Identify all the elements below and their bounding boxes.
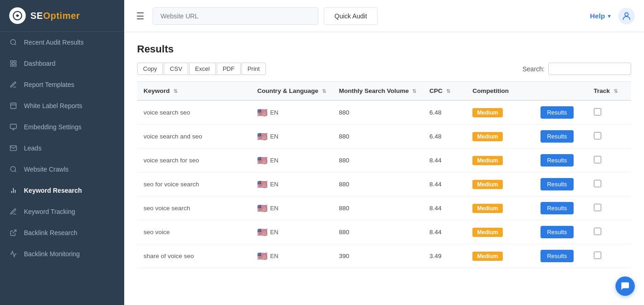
cell-country-1: 🇺🇸 EN bbox=[251, 125, 333, 149]
sidebar-label-backlink-research: Backlink Research bbox=[24, 229, 77, 236]
lang-code-1: EN bbox=[270, 133, 278, 140]
svg-line-13 bbox=[15, 171, 16, 172]
svg-rect-4 bbox=[14, 61, 16, 63]
svg-point-1 bbox=[11, 40, 16, 45]
cell-track-0 bbox=[587, 100, 631, 125]
cell-cpc-5: 8.44 bbox=[423, 220, 466, 244]
results-button-2[interactable]: Results bbox=[540, 154, 573, 167]
cell-competition-0: Medium bbox=[466, 100, 534, 125]
track-checkbox-5[interactable] bbox=[594, 228, 601, 235]
col-header-track: Track ⇅ bbox=[587, 82, 631, 101]
svg-line-2 bbox=[15, 44, 16, 45]
track-checkbox-4[interactable] bbox=[594, 204, 601, 211]
lang-code-3: EN bbox=[270, 181, 278, 188]
sidebar-icon-recent-audit bbox=[9, 38, 17, 46]
competition-badge-4: Medium bbox=[472, 204, 502, 213]
quick-audit-button[interactable]: Quick Audit bbox=[324, 7, 378, 25]
results-button-4[interactable]: Results bbox=[540, 202, 573, 214]
table-row: seo for voice search 🇺🇸 EN 880 8.44 Medi… bbox=[137, 173, 631, 196]
lang-code-4: EN bbox=[270, 205, 278, 212]
col-header-competition: Competition bbox=[466, 82, 534, 101]
cell-results-btn-6: Results bbox=[534, 244, 587, 268]
competition-badge-3: Medium bbox=[472, 180, 502, 189]
results-table: Keyword ⇅ Country & Language ⇅ Monthly S… bbox=[137, 81, 631, 268]
col-header-cpc: CPC ⇅ bbox=[423, 82, 466, 101]
track-checkbox-0[interactable] bbox=[594, 108, 601, 115]
lang-code-0: EN bbox=[270, 109, 278, 116]
export-btn-csv[interactable]: CSV bbox=[164, 63, 188, 75]
sidebar-item-backlink-monitoring[interactable]: Backlink Monitoring bbox=[0, 243, 124, 265]
track-checkbox-6[interactable] bbox=[594, 252, 601, 259]
results-button-1[interactable]: Results bbox=[540, 130, 573, 143]
sidebar-item-report-templates[interactable]: Report Templates bbox=[0, 74, 124, 95]
user-avatar[interactable] bbox=[618, 8, 635, 24]
cell-competition-2: Medium bbox=[466, 149, 534, 173]
sidebar-item-dashboard[interactable]: Dashboard bbox=[0, 53, 124, 74]
cell-keyword-0: voice search seo bbox=[137, 100, 251, 125]
logo-text: SEOptimer bbox=[30, 11, 80, 21]
table-controls: CopyCSVExcelPDFPrint Search: bbox=[137, 63, 631, 75]
sidebar-item-white-label[interactable]: White Label Reports bbox=[0, 95, 124, 116]
sidebar-label-leads: Leads bbox=[24, 144, 41, 152]
col-header-results bbox=[534, 82, 587, 101]
results-button-5[interactable]: Results bbox=[540, 226, 573, 238]
chat-bubble-button[interactable] bbox=[615, 276, 635, 296]
sidebar-icon-backlink-monitoring bbox=[9, 250, 17, 258]
sidebar-item-embedding[interactable]: Embedding Settings bbox=[0, 116, 124, 138]
results-button-6[interactable]: Results bbox=[540, 250, 573, 262]
sidebar-label-recent-audit: Recent Audit Results bbox=[24, 39, 84, 46]
track-checkbox-3[interactable] bbox=[594, 180, 601, 187]
hamburger-button[interactable]: ☰ bbox=[133, 8, 147, 24]
cell-keyword-4: seo voice search bbox=[137, 196, 251, 220]
sidebar-icon-keyword-tracking bbox=[9, 207, 17, 216]
cell-competition-4: Medium bbox=[466, 196, 534, 220]
sidebar-label-report-templates: Report Templates bbox=[24, 81, 74, 88]
cell-country-5: 🇺🇸 EN bbox=[251, 220, 333, 244]
sidebar: SEOptimer Recent Audit Results Dashboard… bbox=[0, 0, 124, 305]
svg-point-18 bbox=[625, 12, 628, 16]
export-btn-print[interactable]: Print bbox=[242, 63, 266, 75]
sidebar-label-embedding: Embedding Settings bbox=[24, 123, 81, 131]
cell-cpc-2: 8.44 bbox=[423, 149, 466, 173]
cell-competition-5: Medium bbox=[466, 220, 534, 244]
results-button-0[interactable]: Results bbox=[540, 106, 573, 119]
cell-competition-3: Medium bbox=[466, 173, 534, 196]
sidebar-item-leads[interactable]: Leads bbox=[0, 138, 124, 159]
export-btn-copy[interactable]: Copy bbox=[137, 63, 163, 75]
svg-rect-9 bbox=[10, 124, 16, 128]
sidebar-item-recent-audit[interactable]: Recent Audit Results bbox=[0, 32, 124, 53]
sidebar-item-keyword-research[interactable]: Keyword Research bbox=[0, 180, 124, 201]
table-row: voice search and seo 🇺🇸 EN 880 6.48 Medi… bbox=[137, 125, 631, 149]
cell-volume-1: 880 bbox=[333, 125, 423, 149]
export-btn-excel[interactable]: Excel bbox=[189, 63, 216, 75]
track-checkbox-1[interactable] bbox=[594, 132, 601, 139]
cell-track-2 bbox=[587, 149, 631, 173]
track-checkbox-2[interactable] bbox=[594, 156, 601, 163]
cell-country-0: 🇺🇸 EN bbox=[251, 100, 333, 125]
cell-country-4: 🇺🇸 EN bbox=[251, 196, 333, 220]
search-label: Search: bbox=[523, 65, 545, 73]
sidebar-label-keyword-tracking: Keyword Tracking bbox=[24, 208, 75, 215]
cell-track-4 bbox=[587, 196, 631, 220]
search-input[interactable] bbox=[548, 63, 631, 75]
sidebar-icon-website-crawls bbox=[9, 165, 17, 173]
cell-volume-2: 880 bbox=[333, 149, 423, 173]
cell-track-5 bbox=[587, 220, 631, 244]
sidebar-icon-backlink-research bbox=[9, 229, 17, 237]
sidebar-item-backlink-research[interactable]: Backlink Research bbox=[0, 222, 124, 243]
sidebar-item-keyword-tracking[interactable]: Keyword Tracking bbox=[0, 201, 124, 222]
cell-cpc-3: 8.44 bbox=[423, 173, 466, 196]
cell-cpc-1: 6.48 bbox=[423, 125, 466, 149]
url-input[interactable] bbox=[153, 7, 318, 25]
table-row: seo voice search 🇺🇸 EN 880 8.44 Medium R… bbox=[137, 196, 631, 220]
competition-badge-6: Medium bbox=[472, 252, 502, 261]
lang-code-6: EN bbox=[270, 253, 278, 259]
svg-rect-6 bbox=[11, 64, 13, 66]
help-button[interactable]: Help ▼ bbox=[590, 12, 612, 20]
export-btn-pdf[interactable]: PDF bbox=[217, 63, 241, 75]
sidebar-icon-embedding bbox=[9, 123, 17, 131]
sidebar-item-website-crawls[interactable]: Website Crawls bbox=[0, 159, 124, 180]
cell-volume-6: 390 bbox=[333, 244, 423, 268]
cell-keyword-5: seo voice bbox=[137, 220, 251, 244]
results-button-3[interactable]: Results bbox=[540, 178, 573, 190]
